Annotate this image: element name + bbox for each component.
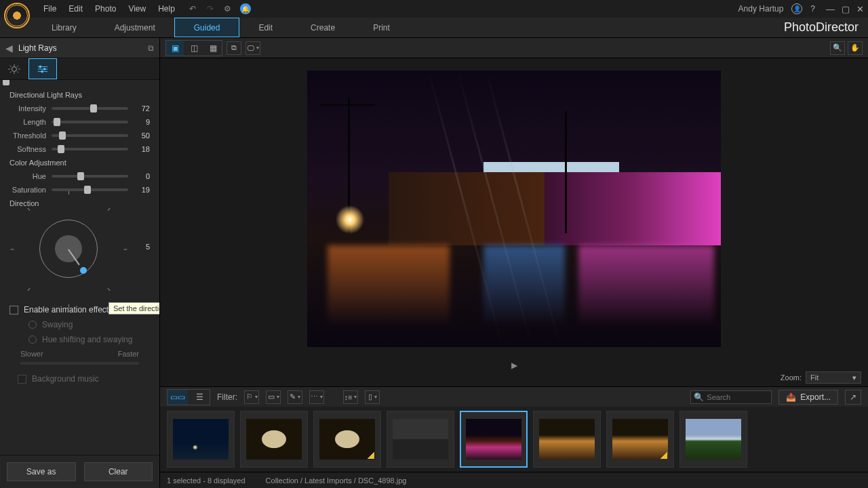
thumb-image [319, 419, 375, 460]
undo-icon[interactable]: ↶ [187, 3, 198, 14]
zoom-label: Zoom: [781, 373, 802, 382]
minimize-icon[interactable]: — [826, 4, 835, 14]
breadcrumb-path: Collection / Latest Imports / DSC_4898.j… [266, 476, 407, 485]
thumbnail-3[interactable] [387, 411, 454, 468]
subtab-presets[interactable] [0, 58, 28, 79]
help-icon[interactable]: ? [810, 4, 815, 14]
subtab-adjust[interactable] [28, 58, 57, 79]
share-icon[interactable]: ↗ [845, 390, 861, 405]
display-mode-dropdown[interactable]: 🖵 [245, 41, 260, 55]
settings-icon[interactable]: ⚙ [222, 3, 233, 14]
notification-icon[interactable]: 🔔 [240, 3, 251, 14]
slider-directional-3-slider[interactable] [52, 148, 128, 150]
slider-directional-2-value: 50 [134, 131, 150, 140]
filter-more-dropdown[interactable]: ⋯ [309, 390, 324, 404]
speed-slider[interactable] [20, 362, 139, 365]
menu-view[interactable]: View [128, 4, 146, 14]
user-avatar-icon[interactable]: 👤 [791, 3, 802, 14]
slider-directional-2-label: Threshold [9, 131, 46, 140]
filter-label-dropdown[interactable]: ▭ [266, 390, 281, 404]
sort-dropdown[interactable]: ↕≡ [343, 390, 358, 404]
thumbnail-4[interactable] [460, 411, 528, 468]
radio-swaying[interactable] [28, 321, 37, 329]
tab-edit[interactable]: Edit [239, 18, 292, 37]
enable-animation-checkbox[interactable] [9, 306, 18, 314]
export-icon: 📤 [786, 392, 796, 402]
enable-animation-label: Enable animation effect [24, 305, 108, 314]
svg-point-14 [41, 70, 43, 73]
speed-slower: Slower [20, 350, 43, 358]
app-logo[interactable] [4, 3, 30, 28]
filter-edit-dropdown[interactable]: ✎ [288, 390, 302, 404]
filter-flag-dropdown[interactable]: ⚐ [244, 390, 259, 404]
thumb-image [173, 419, 229, 460]
view-compare-icon[interactable]: ◫ [185, 41, 203, 56]
bgm-checkbox[interactable] [18, 375, 26, 384]
slider-color-1-label: Saturation [9, 186, 46, 194]
tab-adjustment[interactable]: Adjustment [96, 18, 174, 37]
svg-line-8 [17, 65, 18, 66]
view-single-icon[interactable]: ▣ [166, 41, 184, 56]
slider-directional-0-slider[interactable] [52, 107, 128, 110]
zoom-tool-icon[interactable]: 🔍 [830, 41, 845, 55]
filmstrip-toolbar: ▭▭ ☰ Filter: ⚐ ▭ ✎ ⋯ ↕≡ ▯ 🔍 ✕ 📤 Export..… [160, 386, 868, 407]
redo-icon[interactable]: ↷ [205, 3, 216, 14]
maximize-icon[interactable]: ▢ [842, 4, 850, 14]
thumbnail-1[interactable] [240, 411, 308, 468]
view-grid-icon[interactable]: ▦ [204, 41, 222, 56]
menu-file[interactable]: File [43, 4, 56, 14]
svg-line-6 [17, 71, 18, 73]
back-icon[interactable]: ◀ [5, 43, 13, 54]
slider-directional-2-slider[interactable] [52, 134, 128, 137]
zoom-dropdown[interactable]: Fit▾ [806, 371, 861, 384]
thumbnail-0[interactable] [167, 411, 235, 468]
preview-image [307, 70, 721, 347]
filmstrip[interactable] [160, 407, 868, 472]
thumbnail-7[interactable] [679, 411, 747, 468]
slider-directional-3-label: Softness [9, 145, 46, 153]
tab-create[interactable]: Create [292, 18, 354, 37]
slider-directional-3-value: 18 [134, 145, 150, 153]
slider-color-0-slider[interactable] [52, 175, 128, 178]
bgm-label: Background music [32, 374, 99, 384]
slider-directional-1-value: 9 [134, 118, 150, 126]
slider-directional-1-slider[interactable] [52, 121, 128, 123]
play-icon[interactable]: ▶ [511, 361, 517, 370]
popout-icon[interactable]: ⧉ [148, 43, 154, 53]
menu-edit[interactable]: Edit [68, 4, 83, 14]
thumbnail-2[interactable] [313, 411, 381, 468]
export-button[interactable]: 📤 Export... [778, 390, 838, 405]
tab-library[interactable]: Library [33, 18, 96, 37]
svg-line-7 [10, 71, 12, 73]
thumb-image [393, 419, 448, 460]
strip-view-list-icon[interactable]: ☰ [189, 390, 210, 405]
radio-swaying-label: Swaying [42, 320, 73, 329]
radio-hue-sway[interactable] [28, 336, 37, 344]
save-as-button[interactable]: Save as [7, 462, 76, 481]
stack-dropdown[interactable]: ▯ [365, 390, 380, 404]
slider-color-1-slider[interactable] [52, 188, 128, 191]
pan-tool-icon[interactable]: ✋ [848, 41, 863, 55]
tab-print[interactable]: Print [354, 18, 409, 37]
direction-value: 5 [146, 243, 150, 251]
thumb-image [246, 419, 302, 460]
canvas[interactable] [160, 58, 868, 359]
user-name[interactable]: Andy Hartup [738, 4, 784, 14]
menu-photo[interactable]: Photo [95, 4, 116, 14]
thumb-image [466, 419, 521, 460]
thumbnail-5[interactable] [533, 411, 601, 468]
speed-faster: Faster [118, 350, 139, 358]
view-split-icon[interactable]: ⧉ [226, 41, 241, 55]
clear-button[interactable]: Clear [84, 462, 153, 481]
search-box[interactable]: 🔍 ✕ [690, 390, 772, 404]
direction-dial[interactable] [39, 220, 98, 278]
menu-help[interactable]: Help [158, 4, 175, 14]
close-icon[interactable]: ✕ [856, 4, 864, 14]
slider-directional-0-label: Intensity [9, 104, 46, 113]
canvas-toolbar: ▣ ◫ ▦ ⧉ 🖵 🔍 ✋ [160, 38, 868, 58]
tab-guided[interactable]: Guided [174, 18, 240, 37]
filter-label: Filter: [217, 392, 237, 402]
strip-view-thumb-icon[interactable]: ▭▭ [167, 390, 188, 405]
thumbnail-6[interactable] [606, 411, 674, 468]
thumb-image [539, 419, 595, 460]
